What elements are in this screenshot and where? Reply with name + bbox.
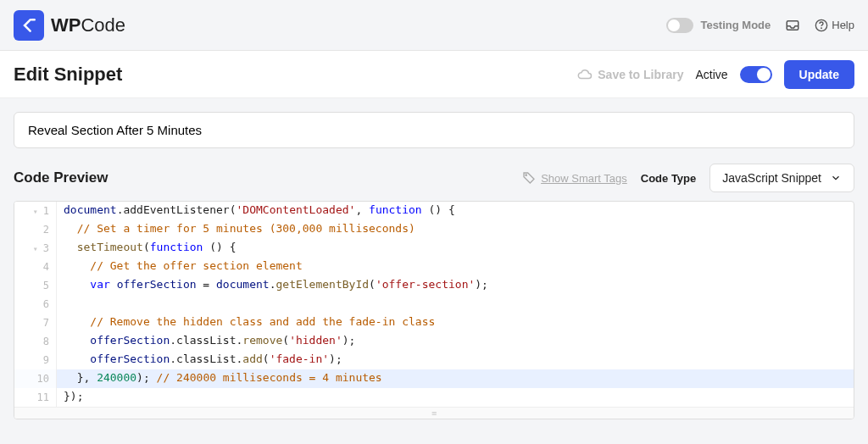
line-content[interactable]: [57, 295, 854, 314]
update-button[interactable]: Update: [784, 60, 854, 89]
help-icon: [815, 19, 828, 32]
line-content[interactable]: document.addEventListener('DOMContentLoa…: [57, 202, 854, 220]
code-line[interactable]: 8 offerSection.classList.remove('hidden'…: [14, 332, 854, 351]
line-gutter: 2: [14, 220, 57, 239]
line-gutter: ▾1: [14, 202, 57, 220]
line-gutter: 4: [14, 258, 57, 276]
code-line[interactable]: ▾1document.addEventListener('DOMContentL…: [14, 202, 854, 220]
code-line[interactable]: 11});: [14, 388, 854, 407]
help-button[interactable]: Help: [815, 19, 854, 32]
code-preview-title: Code Preview: [14, 169, 108, 186]
code-line[interactable]: 7 // Remove the hidden class and add the…: [14, 314, 854, 332]
code-type-label: Code Type: [641, 172, 697, 185]
line-content[interactable]: offerSection.classList.add('fade-in');: [57, 351, 854, 369]
tags-icon: [522, 171, 536, 185]
code-line[interactable]: 9 offerSection.classList.add('fade-in');: [14, 351, 854, 369]
page-title: Edit Snippet: [14, 64, 122, 86]
active-toggle[interactable]: [740, 66, 772, 83]
line-content[interactable]: }, 240000); // 240000 milliseconds = 4 m…: [57, 369, 854, 388]
line-gutter: 10: [14, 369, 57, 388]
line-gutter: ▾3: [14, 239, 57, 258]
snippet-title-input[interactable]: [14, 112, 854, 148]
line-gutter: 5: [14, 276, 57, 295]
logo[interactable]: WPCode: [14, 10, 125, 41]
show-smart-tags[interactable]: Show Smart Tags: [522, 171, 627, 185]
line-gutter: 8: [14, 332, 57, 351]
active-label: Active: [695, 68, 727, 81]
line-gutter: 6: [14, 295, 57, 314]
line-content[interactable]: // Set a timer for 5 minutes (300,000 mi…: [57, 220, 854, 239]
code-line[interactable]: 4 // Get the offer section element: [14, 258, 854, 276]
chevron-down-icon: [830, 172, 842, 184]
code-type-select[interactable]: JavaScript Snippet: [709, 164, 854, 192]
code-line[interactable]: 6: [14, 295, 854, 314]
logo-text: WPCode: [51, 14, 125, 36]
code-line[interactable]: 2 // Set a timer for 5 minutes (300,000 …: [14, 220, 854, 239]
line-content[interactable]: // Remove the hidden class and add the f…: [57, 314, 854, 332]
toggle-off-icon: [666, 18, 693, 33]
logo-icon: [14, 10, 44, 41]
cloud-icon: [577, 67, 593, 82]
resize-handle[interactable]: ≡: [14, 407, 854, 419]
code-line[interactable]: 5 var offerSection = document.getElement…: [14, 276, 854, 295]
testing-mode-toggle[interactable]: Testing Mode: [666, 18, 771, 33]
line-content[interactable]: setTimeout(function () {: [57, 239, 854, 258]
line-content[interactable]: offerSection.classList.remove('hidden');: [57, 332, 854, 351]
svg-point-4: [526, 175, 526, 175]
line-content[interactable]: });: [57, 388, 854, 407]
line-content[interactable]: // Get the offer section element: [57, 258, 854, 276]
code-line[interactable]: ▾3 setTimeout(function () {: [14, 239, 854, 258]
svg-point-3: [821, 28, 822, 29]
line-gutter: 7: [14, 314, 57, 332]
code-line[interactable]: 10 }, 240000); // 240000 milliseconds = …: [14, 369, 854, 388]
code-editor[interactable]: ▾1document.addEventListener('DOMContentL…: [14, 201, 854, 419]
line-gutter: 11: [14, 388, 57, 407]
save-to-library[interactable]: Save to Library: [577, 67, 683, 82]
line-gutter: 9: [14, 351, 57, 369]
inbox-icon[interactable]: [784, 17, 801, 34]
line-content[interactable]: var offerSection = document.getElementBy…: [57, 276, 854, 295]
